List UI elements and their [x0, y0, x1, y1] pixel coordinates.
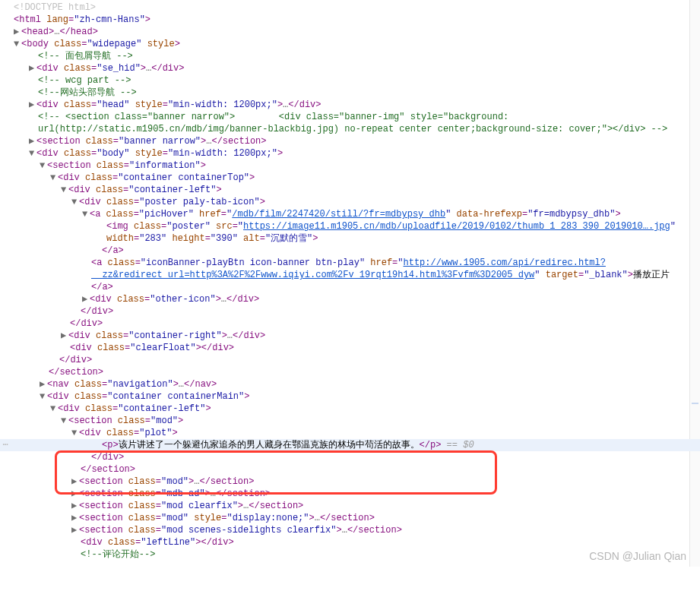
collapse-icon[interactable]: ▼: [71, 427, 79, 439]
section-information[interactable]: ▼<section class="information">: [0, 160, 700, 172]
section-mod-clearfix[interactable]: ▶<section class="mod clearfix">…</sectio…: [0, 500, 700, 512]
collapse-icon[interactable]: ▼: [14, 38, 21, 50]
div-container-left[interactable]: ▼<div class="container-left">: [0, 184, 700, 196]
collapse-icon[interactable]: ▼: [50, 172, 58, 184]
expand-icon[interactable]: ▶: [82, 293, 90, 305]
comment-breadcrumb[interactable]: <!-- 面包屑导航 -->: [0, 50, 700, 62]
div-leftline[interactable]: <div class="leftLine"></div>: [0, 536, 700, 548]
collapse-icon[interactable]: ▼: [61, 184, 68, 196]
img-poster[interactable]: <img class="poster" src="https://image11…: [0, 220, 700, 245]
breakpoint-gutter-icon[interactable]: ⋯: [0, 439, 11, 451]
expand-icon[interactable]: ▶: [71, 512, 79, 524]
expand-icon[interactable]: ▶: [14, 26, 21, 38]
collapse-icon[interactable]: ▼: [61, 415, 68, 427]
collapse-icon[interactable]: ▼: [82, 208, 90, 220]
a-pichover[interactable]: ▼<a class="picHover" href="/mdb/film/224…: [0, 208, 700, 220]
html-tag[interactable]: <html lang="zh-cmn-Hans">: [0, 14, 700, 26]
div-plot[interactable]: ▼<div class="plot">: [0, 427, 700, 439]
watermark: CSDN @Julian Qian: [589, 550, 686, 562]
doctype-line[interactable]: <!DOCTYPE html>: [0, 2, 700, 14]
collapse-icon[interactable]: ▼: [29, 147, 36, 160]
expand-icon[interactable]: ▶: [61, 330, 68, 342]
body-tag[interactable]: ▼<body class="widepage" style>: [0, 38, 700, 50]
expand-icon[interactable]: ▶: [71, 488, 79, 500]
comment-header-nav[interactable]: <!--网站头部导航 -->: [0, 87, 700, 99]
div-container-top[interactable]: ▼<div class="container containerTop">: [0, 172, 700, 184]
div-container-right[interactable]: ▶<div class="container-right">…</div>: [0, 330, 700, 342]
nav-navigation[interactable]: ▶<nav class="navigation">…</nav>: [0, 378, 700, 390]
section-banner[interactable]: ▶<section class="banner narrow">…</secti…: [0, 135, 700, 147]
section-scenes[interactable]: ▶<section class="mod scenes-sidelights c…: [0, 524, 700, 536]
div-clearfloat[interactable]: <div class="clearFloat"></div>: [0, 342, 700, 354]
a-iconbanner[interactable]: <a class="iconBanner-playBtn icon-banner…: [0, 257, 700, 293]
collapse-icon[interactable]: ▼: [50, 403, 58, 415]
expand-icon[interactable]: ▶: [71, 524, 79, 536]
section-mod-displaynone[interactable]: ▶<section class="mod" style="display:non…: [0, 512, 700, 524]
div-body[interactable]: ▼<div class="body" style="min-width: 120…: [0, 147, 700, 160]
section-mdb-ad[interactable]: ▶<section class="mdb-ad">…</section>: [0, 488, 700, 500]
section-close[interactable]: </section>: [0, 463, 700, 476]
div-container-left-main[interactable]: ▼<div class="container-left">: [0, 403, 700, 415]
comment-banner[interactable]: <!-- <section class="banner narrow"> <di…: [0, 111, 700, 135]
collapse-icon[interactable]: ▼: [40, 160, 47, 172]
div-close-plot[interactable]: </div>: [0, 451, 700, 463]
div-poster[interactable]: ▼<div class="poster paly-tab-icon">: [0, 196, 700, 208]
expand-icon[interactable]: ▶: [29, 135, 36, 147]
collapse-icon[interactable]: ▼: [40, 390, 47, 403]
div-other-icon[interactable]: ▶<div class="other-icon">…</div>: [0, 293, 700, 305]
expand-icon[interactable]: ▶: [29, 62, 36, 74]
div-container-main[interactable]: ▼<div class="container containerMain">: [0, 390, 700, 403]
div-sehid[interactable]: ▶<div class="se_hid">…</div>: [0, 62, 700, 74]
comment-wcg[interactable]: <!-- wcg part -->: [0, 74, 700, 87]
section-mod-open[interactable]: ▼<section class="mod">: [0, 415, 700, 427]
section-mod-2[interactable]: ▶<section class="mod">…</section>: [0, 476, 700, 488]
section-close[interactable]: </section>: [0, 366, 700, 378]
expand-icon[interactable]: ▶: [71, 476, 79, 488]
div-close[interactable]: </div>: [0, 354, 700, 366]
expand-icon[interactable]: ▶: [29, 99, 36, 111]
devtools-elements-panel: <!DOCTYPE html> <html lang="zh-cmn-Hans"…: [0, 0, 700, 567]
div-head[interactable]: ▶<div class="head" style="min-width: 120…: [0, 99, 700, 111]
div-close[interactable]: </div>: [0, 318, 700, 330]
head-row[interactable]: ▶<head>…</head>: [0, 26, 700, 38]
collapse-icon[interactable]: ▼: [71, 196, 79, 208]
expand-icon[interactable]: ▶: [71, 500, 79, 512]
a-close-pichover[interactable]: </a>: [0, 245, 700, 257]
p-plot-selected[interactable]: ⋯<p>该片讲述了一个躲避仇家追杀的男人藏身在鄂温克族的林场中苟活的故事。</p…: [0, 439, 700, 451]
div-close[interactable]: </div>: [0, 305, 700, 318]
expand-icon[interactable]: ▶: [40, 378, 47, 390]
